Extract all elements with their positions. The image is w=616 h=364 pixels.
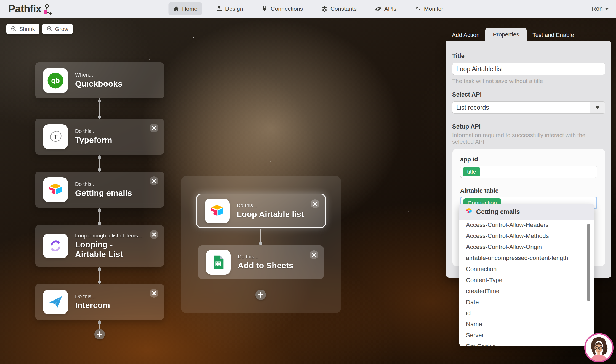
loop-icon (43, 234, 68, 258)
app-id-label: app id (460, 156, 597, 163)
title-label: Title (452, 52, 605, 60)
dropdown-scrollbar[interactable] (587, 224, 590, 301)
connector-dot (98, 168, 101, 172)
dropdown-item[interactable]: id (459, 308, 594, 319)
grow-button[interactable]: Grow (42, 24, 73, 34)
nav-label: Design (225, 6, 243, 12)
remove-node-button[interactable] (310, 250, 318, 259)
workflow-node-loop-airtable-list-selected[interactable]: Do this... Loop Airtable list (196, 194, 326, 228)
assistant-avatar[interactable] (584, 333, 614, 362)
dropdown-item[interactable]: Content-Type (459, 275, 594, 286)
workflow-node-typeform[interactable]: T Do this... Typeform (35, 119, 164, 155)
dropdown-item[interactable]: Name (459, 319, 594, 330)
select-api-label: Select API (452, 91, 605, 98)
grow-label: Grow (55, 26, 68, 32)
select-caret-area[interactable] (590, 102, 605, 113)
plus-icon (97, 331, 102, 337)
remove-node-button[interactable] (150, 176, 158, 185)
dropdown-item[interactable]: Access-Control-Allow-Headers (459, 220, 594, 231)
dropdown-item[interactable]: createdTime (459, 286, 594, 297)
workflow-node-quickbooks[interactable]: qb When... Quickbooks (35, 62, 164, 98)
user-menu[interactable]: Ron (592, 0, 609, 18)
title-input[interactable] (452, 63, 605, 75)
remove-node-button[interactable] (150, 289, 158, 298)
nav-label: Constants (330, 6, 357, 12)
dropdown-group-title: Getting emails (476, 208, 520, 216)
user-name: Ron (592, 5, 603, 12)
remove-node-button[interactable] (150, 230, 158, 239)
node-kind: Do this... (75, 128, 112, 134)
nav-item-connections[interactable]: Connections (257, 2, 307, 15)
chevron-down-icon (596, 106, 599, 109)
node-title: Getting emails (75, 188, 132, 198)
node-title: Looping - Airtable List (75, 240, 145, 259)
tab-test-and-enable[interactable]: Test and Enable (527, 29, 580, 41)
node-kind: Do this... (75, 181, 132, 187)
panel-tabs: Add Action Properties Test and Enable (446, 28, 580, 41)
layers-icon (321, 6, 328, 12)
dropdown-item[interactable]: airtable-uncompressed-content-length (459, 253, 594, 264)
workflow-node-getting-emails[interactable]: Do this... Getting emails (35, 172, 164, 208)
dropdown-item[interactable]: Access-Control-Allow-Origin (459, 242, 594, 253)
dropdown-group-header[interactable]: Getting emails (459, 204, 594, 220)
nav-label: Home (182, 6, 198, 12)
title-helper: The task will not save without a title (452, 78, 605, 84)
paper-plane-icon (43, 290, 68, 314)
field-suggestions-dropdown: Getting emails Access-Control-Allow-Head… (459, 204, 594, 346)
tab-add-action[interactable]: Add Action (446, 29, 485, 41)
app-id-field[interactable]: title (460, 166, 597, 178)
shrink-button[interactable]: Shrink (6, 24, 39, 34)
add-node-button[interactable] (94, 329, 105, 339)
nav-item-monitor[interactable]: Monitor (410, 2, 448, 15)
svg-text:T: T (54, 133, 58, 140)
nav-label: Connections (271, 6, 303, 12)
setup-api-label: Setup API (452, 123, 605, 130)
logo-text: Pathfix (8, 3, 41, 15)
close-icon (313, 202, 317, 206)
api-select-value: List records (452, 104, 590, 111)
node-kind: Do this... (238, 254, 294, 260)
workflow-node-add-to-sheets[interactable]: Do this... Add to Sheets (198, 245, 324, 279)
connector-dot (98, 222, 101, 225)
airtable-icon (205, 199, 230, 223)
dropdown-item[interactable]: Date (459, 297, 594, 308)
node-title: Intercom (75, 301, 110, 310)
sheets-icon (206, 250, 231, 275)
dropdown-item[interactable]: Access-Control-Allow-Methods (459, 231, 594, 242)
setup-api-helper: Information required to successfully int… (452, 132, 605, 145)
svg-text:qb: qb (51, 77, 60, 84)
chevron-down-icon (605, 8, 609, 10)
pathfix-logo[interactable]: Pathfix (8, 3, 53, 18)
typeform-icon: T (43, 124, 68, 149)
nav-item-design[interactable]: Design (211, 2, 247, 15)
workflow-node-looping[interactable]: Loop through a list of items... Looping … (35, 225, 164, 267)
home-icon (173, 6, 179, 12)
nav-item-apis[interactable]: APIs (370, 2, 401, 15)
dropdown-item[interactable]: Connection (459, 264, 594, 275)
add-node-button[interactable] (255, 290, 266, 300)
canvas-zoom-controls: Shrink Grow (6, 24, 73, 34)
remove-node-button[interactable] (150, 124, 158, 132)
close-icon (312, 253, 316, 257)
tab-properties[interactable]: Properties (485, 28, 527, 41)
connector-dot (259, 242, 262, 245)
connector-dot (98, 280, 101, 284)
dropdown-item[interactable]: Server (459, 330, 594, 341)
remove-node-button[interactable] (311, 199, 319, 208)
api-select[interactable]: List records (452, 101, 605, 114)
quickbooks-icon: qb (43, 68, 68, 93)
nav-item-constants[interactable]: Constants (317, 2, 361, 15)
airtable-icon (465, 207, 473, 216)
nav-label: Monitor (424, 6, 443, 12)
node-title: Add to Sheets (238, 261, 294, 271)
connector-dot (98, 115, 101, 119)
dropdown-item[interactable]: Set-Cookie (459, 341, 594, 346)
value-chip[interactable]: title (463, 167, 480, 176)
pulse-icon (415, 6, 421, 12)
top-bar: Pathfix Home (0, 0, 616, 18)
node-kind: Do this... (75, 293, 110, 299)
nav-item-home[interactable]: Home (168, 2, 202, 15)
zoom-out-icon (11, 26, 17, 32)
shrink-label: Shrink (19, 26, 35, 32)
workflow-node-intercom[interactable]: Do this... Intercom (35, 284, 164, 320)
